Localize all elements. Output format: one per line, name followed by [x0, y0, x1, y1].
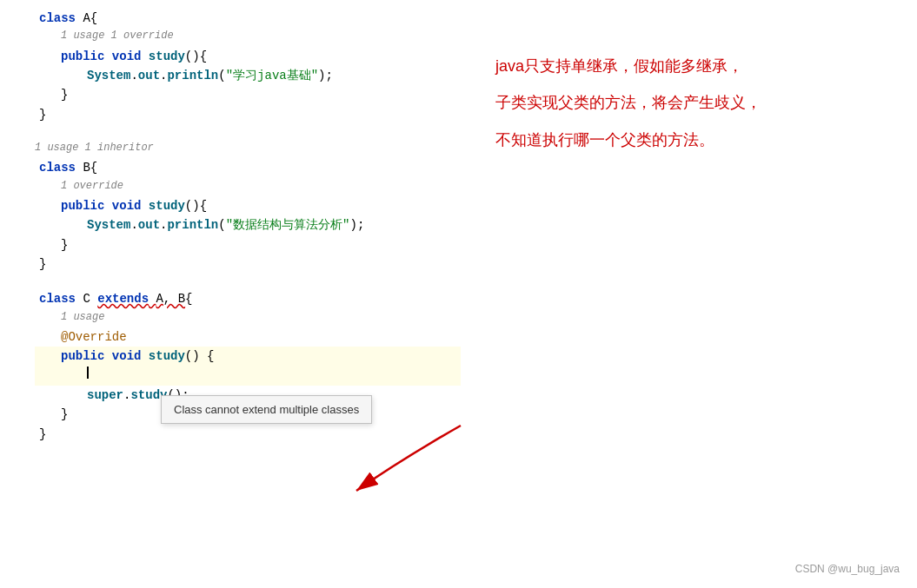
brace-close-method-a: } — [61, 85, 68, 104]
kw-void-c: void — [112, 347, 142, 366]
code-line-close-a: } — [35, 105, 461, 124]
code-content: class A{ 1 usage 1 override public void … — [35, 9, 461, 444]
println-b: println — [167, 215, 218, 235]
paren-c: () { — [185, 347, 215, 366]
code-line-annotation-c: @Override — [35, 327, 461, 347]
annotation-line-2: 子类实现父类的方法，将会产生歧义， — [495, 89, 887, 116]
kw-public-b: public — [61, 196, 104, 215]
code-line-class-b: class B{ — [35, 158, 461, 177]
code-line-method-a: public void study(){ — [35, 47, 461, 66]
brace-close-method-b: } — [61, 235, 68, 254]
brace-close-method-c: } — [61, 405, 68, 424]
code-line-class-a: class A{ — [35, 9, 461, 28]
out-b: out — [138, 215, 160, 235]
paren-b: (){ — [185, 196, 207, 215]
super-call: super — [87, 386, 123, 405]
kw-void-a: void — [112, 47, 142, 66]
method-study-c: study — [149, 347, 185, 366]
brace-close-a: } — [39, 105, 46, 124]
brace-close-c: } — [39, 425, 46, 444]
string-b: "数据结构与算法分析" — [226, 215, 350, 235]
usage-c: 1 usage — [35, 309, 461, 326]
brace-close-b: } — [39, 254, 46, 274]
paren3-b: ); — [349, 215, 364, 235]
usage-override-a: 1 usage 1 override — [35, 28, 461, 44]
tooltip-text: Class cannot extend multiple classes — [174, 403, 359, 416]
code-line-close-method-b: } — [35, 235, 461, 254]
string-a: "学习java基础" — [226, 66, 318, 85]
paren2-a: ( — [218, 66, 225, 85]
error-tooltip: Class cannot extend multiple classes — [161, 395, 372, 424]
separator-1 — [35, 124, 461, 140]
annotation-line-1: java只支持单继承，假如能多继承， — [495, 52, 887, 80]
keyword-class: class — [39, 9, 76, 28]
code-line-close-c: } — [35, 425, 461, 444]
keyword-class-b: class — [39, 158, 76, 177]
code-line-close-b: } — [35, 254, 461, 274]
kw-void-b: void — [112, 196, 142, 215]
system-out-a: System — [87, 66, 130, 85]
method-study-a: study — [149, 47, 185, 66]
out-a: out — [138, 66, 160, 85]
code-line-method-c: public void study() { — [35, 347, 461, 366]
class-a-name: A{ — [83, 9, 97, 28]
code-line-body-a: System.out.println("学习java基础"); — [35, 66, 461, 85]
code-line-body-b: System.out.println("数据结构与算法分析"); — [35, 215, 461, 235]
annotation-area: java只支持单继承，假如能多继承， 子类实现父类的方法，将会产生歧义， 不知道… — [469, 0, 913, 588]
paren3-a: ); — [318, 66, 333, 85]
parent-classes: A, B — [156, 292, 185, 306]
code-line-close-method-a: } — [35, 85, 461, 104]
separator-2 — [35, 274, 461, 289]
code-line-method-b: public void study(){ — [35, 196, 461, 215]
paren-a: (){ — [185, 47, 207, 66]
code-editor: class A{ 1 usage 1 override public void … — [0, 0, 461, 588]
kw-public-c: public — [61, 347, 104, 366]
usage-b-header: 1 usage 1 inheritor — [35, 140, 461, 156]
super-dot: . — [123, 386, 130, 405]
system-out-b: System — [87, 215, 130, 235]
extends-clause: extends A, B — [97, 289, 185, 308]
class-b-name: B{ — [83, 158, 97, 177]
annotation-override: @Override — [61, 327, 127, 347]
paren2-b: ( — [218, 215, 225, 235]
code-line-cursor — [35, 367, 461, 386]
println-a: println — [167, 66, 218, 85]
annotation-line-3: 不知道执行哪一个父类的方法。 — [495, 126, 887, 154]
class-c-name: C — [83, 289, 90, 308]
method-study-b: study — [149, 196, 185, 215]
usage-override-b: 1 override — [35, 178, 461, 195]
kw-public-a: public — [61, 47, 104, 66]
code-line-class-c: class C extends A, B{ — [35, 289, 461, 308]
cursor-bar — [87, 367, 89, 379]
class-c-brace: { — [185, 289, 192, 308]
kw-extends: extends — [97, 292, 149, 306]
watermark: CSDN @wu_bug_java — [795, 563, 900, 575]
keyword-class-c: class — [39, 289, 76, 308]
